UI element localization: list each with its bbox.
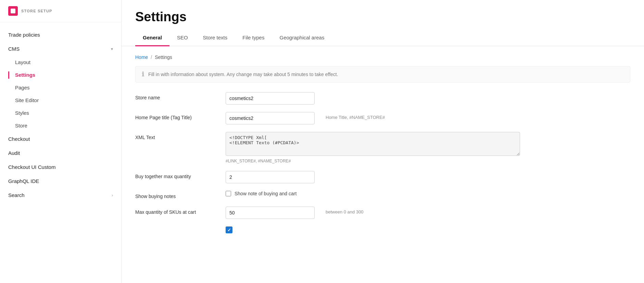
sidebar-item-layout[interactable]: Layout	[0, 56, 121, 69]
buy-together-input[interactable]	[226, 171, 315, 183]
logo-icon	[11, 9, 15, 13]
home-page-title-label: Home Page title (Tag Title)	[135, 112, 217, 120]
show-buying-notes-row: Show buying notes Show note of buying an…	[135, 191, 630, 199]
store-name-control	[226, 92, 315, 104]
search-chevron-icon: ›	[112, 193, 113, 198]
sidebar-item-store-label: Store	[15, 123, 27, 128]
sidebar-item-site-editor[interactable]: Site Editor	[0, 94, 121, 107]
sidebar-nav: Trade policies CMS ▾ Layout Settings Pag…	[0, 22, 121, 208]
home-page-title-control	[226, 112, 315, 124]
tab-seo[interactable]: SEO	[169, 30, 195, 46]
tab-general[interactable]: General	[135, 30, 169, 46]
breadcrumb-home-link[interactable]: Home	[135, 54, 148, 60]
main-content: Settings General SEO Store texts File ty…	[122, 0, 644, 283]
sidebar-item-checkout-ui-custom[interactable]: Checkout UI Custom	[0, 160, 121, 174]
xml-text-hint: #LINK_STORE#, #NAME_STORE#	[226, 159, 520, 163]
sidebar-item-graphql-ide[interactable]: GraphQL IDE	[0, 174, 121, 188]
sidebar-item-graphql-ide-label: GraphQL IDE	[8, 178, 39, 184]
app-label: STORE SETUP	[21, 9, 52, 13]
breadcrumb-current: Settings	[155, 54, 172, 60]
sidebar-item-site-editor-label: Site Editor	[15, 97, 39, 103]
sidebar-header: STORE SETUP	[0, 0, 121, 22]
buy-together-row: Buy together max quantity	[135, 171, 630, 183]
info-message: Fill in with information about system. A…	[148, 72, 338, 77]
sidebar-item-settings[interactable]: Settings	[0, 69, 121, 81]
sidebar-item-styles[interactable]: Styles	[0, 107, 121, 119]
sidebar-item-cms-label: CMS	[8, 46, 20, 52]
sidebar-item-layout-label: Layout	[15, 59, 30, 65]
sidebar-item-trade-policies[interactable]: Trade policies	[0, 28, 121, 42]
max-quantity-label: Max quantity of SKUs at cart	[135, 207, 217, 215]
max-quantity-hint: between 0 and 300	[326, 207, 364, 214]
store-name-label: Store name	[135, 92, 217, 100]
tab-geographical-areas[interactable]: Geographical areas	[272, 30, 332, 46]
tabs-bar: General SEO Store texts File types Geogr…	[122, 30, 644, 46]
sidebar-item-checkout[interactable]: Checkout	[0, 132, 121, 146]
breadcrumb: Home / Settings	[135, 54, 630, 60]
store-name-row: Store name	[135, 92, 630, 104]
show-buying-notes-control: Show note of buying and cart	[226, 191, 296, 196]
sidebar-item-audit-label: Audit	[8, 150, 20, 156]
tab-store-texts[interactable]: Store texts	[195, 30, 235, 46]
sidebar-item-audit[interactable]: Audit	[0, 146, 121, 160]
sidebar-item-styles-label: Styles	[15, 110, 29, 116]
xml-text-control: <!DOCTYPE Xml[ <!ELEMENT Texto (#PCDATA)…	[226, 132, 520, 163]
sidebar-item-store[interactable]: Store	[0, 119, 121, 132]
info-banner: ℹ Fill in with information about system.…	[135, 66, 630, 83]
xml-text-textarea[interactable]: <!DOCTYPE Xml[ <!ELEMENT Texto (#PCDATA)…	[226, 132, 520, 156]
bottom-blue-checkbox[interactable]	[226, 226, 232, 233]
show-buying-notes-checkbox-label: Show note of buying and cart	[235, 191, 296, 196]
app-logo	[8, 6, 18, 16]
max-quantity-input[interactable]	[226, 207, 315, 219]
max-quantity-row: Max quantity of SKUs at cart between 0 a…	[135, 207, 630, 219]
sidebar-item-pages[interactable]: Pages	[0, 81, 121, 94]
settings-content: Home / Settings ℹ Fill in with informati…	[122, 46, 644, 283]
max-quantity-control	[226, 207, 315, 219]
cms-chevron-icon: ▾	[111, 47, 113, 51]
sidebar-item-pages-label: Pages	[15, 85, 30, 90]
buy-together-control	[226, 171, 315, 183]
sidebar-item-checkout-ui-custom-label: Checkout UI Custom	[8, 164, 55, 170]
home-page-title-hint: Home Title, #NAME_STORE#	[326, 112, 385, 120]
xml-text-row: XML Text <!DOCTYPE Xml[ <!ELEMENT Texto …	[135, 132, 630, 163]
store-name-input[interactable]	[226, 92, 315, 104]
tab-file-types[interactable]: File types	[235, 30, 272, 46]
home-page-title-row: Home Page title (Tag Title) Home Title, …	[135, 112, 630, 124]
sidebar-item-trade-policies-label: Trade policies	[8, 32, 40, 38]
home-page-title-input[interactable]	[226, 112, 315, 124]
show-buying-notes-checkbox[interactable]	[226, 191, 231, 196]
sidebar-item-checkout-label: Checkout	[8, 136, 30, 142]
sidebar-item-settings-label: Settings	[15, 72, 35, 78]
breadcrumb-separator: /	[151, 54, 152, 60]
xml-text-label: XML Text	[135, 132, 217, 140]
sidebar-item-search-label: Search	[8, 192, 25, 198]
bottom-checkbox-row	[135, 226, 630, 233]
info-icon: ℹ	[142, 71, 144, 78]
show-buying-notes-label: Show buying notes	[135, 191, 217, 199]
sidebar-item-search[interactable]: Search ›	[0, 188, 121, 202]
buy-together-label: Buy together max quantity	[135, 171, 217, 179]
sidebar: STORE SETUP Trade policies CMS ▾ Layout …	[0, 0, 122, 283]
sidebar-item-cms[interactable]: CMS ▾	[0, 42, 121, 56]
page-title: Settings	[122, 0, 644, 24]
